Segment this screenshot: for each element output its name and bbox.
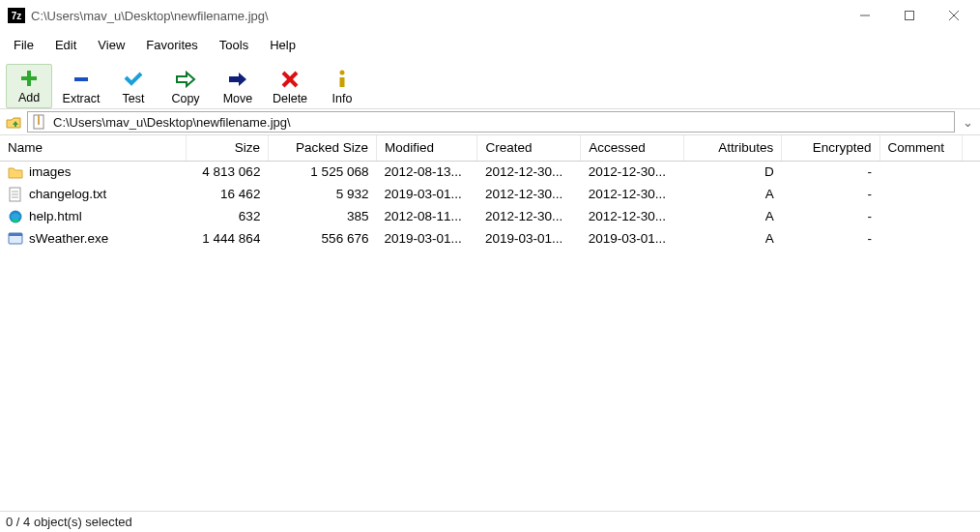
col-extra[interactable] [962,135,980,161]
file-packed: 5 932 [268,183,376,205]
txt-icon [8,187,23,202]
file-accessed: 2012-12-30... [581,205,684,227]
test-button[interactable]: Test [110,66,157,108]
title-bar: 7z C:\Users\mav_u\Desktop\newfilename.jp… [0,0,980,31]
arrow-right-outline-icon [175,69,196,90]
header-row: Name Size Packed Size Modified Created A… [0,135,980,161]
svg-rect-16 [38,115,40,125]
file-modified: 2012-08-13... [376,161,477,183]
col-encrypted[interactable]: Encrypted [782,135,879,161]
path-input[interactable]: C:\Users\mav_u\Desktop\newfilename.jpg\ [27,111,955,133]
status-bar: 0 / 4 object(s) selected [0,511,980,532]
file-size: 632 [186,205,268,227]
file-extra: D38 [962,205,980,227]
file-packed: 385 [268,205,376,227]
exe-icon [8,231,23,247]
file-modified: 2012-08-11... [376,205,477,227]
html-icon [8,209,23,224]
svg-rect-23 [9,233,22,236]
status-text: 0 / 4 object(s) selected [6,515,132,529]
file-size: 16 462 [186,183,268,205]
file-size: 1 444 864 [186,227,268,250]
svg-rect-8 [74,77,88,81]
file-modified: 2019-03-01... [376,227,477,250]
file-comment [879,183,962,205]
svg-marker-9 [177,73,194,86]
up-folder-icon[interactable] [4,112,23,132]
file-comment [879,161,962,183]
copy-button[interactable]: Copy [162,66,209,108]
file-accessed: 2012-12-30... [581,183,684,205]
close-button[interactable] [932,1,976,30]
file-extra: 72F [962,227,980,250]
add-button[interactable]: Add [6,64,52,108]
file-name: images [29,164,72,179]
file-packed: 556 676 [268,227,376,250]
file-created: 2012-12-30... [477,183,581,205]
horizontal-scrollbar[interactable] [0,494,980,511]
file-attr: A [683,183,781,205]
delete-button[interactable]: Delete [267,66,313,108]
minimize-button[interactable] [843,1,887,30]
info-button[interactable]: Info [319,66,365,108]
table-row[interactable]: help.html6323852012-08-11...2012-12-30..… [0,205,980,227]
file-enc: - [782,161,879,183]
file-enc: - [782,205,879,227]
path-bar: C:\Users\mav_u\Desktop\newfilename.jpg\ … [0,108,980,135]
file-name: changelog.txt [29,187,106,201]
path-text: C:\Users\mav_u\Desktop\newfilename.jpg\ [53,115,950,130]
svg-rect-14 [340,77,345,87]
menu-favorites[interactable]: Favorites [136,34,207,56]
table-row[interactable]: sWeather.exe1 444 864556 6762019-03-01..… [0,227,980,250]
file-grid: Name Size Packed Size Modified Created A… [0,135,980,494]
col-comment[interactable]: Comment [879,135,962,161]
window-title: C:\Users\mav_u\Desktop\newfilename.jpg\ [31,9,269,23]
menu-bar: File Edit View Favorites Tools Help [0,31,980,58]
menu-view[interactable]: View [88,34,134,56]
maximize-button[interactable] [887,1,932,30]
file-modified: 2019-03-01... [376,183,477,205]
info-icon [335,69,349,90]
col-created[interactable]: Created [477,135,581,161]
file-enc: - [782,183,879,205]
extract-button[interactable]: Extract [58,66,104,108]
col-size[interactable]: Size [186,135,268,161]
menu-file[interactable]: File [4,34,43,56]
table-row[interactable]: changelog.txt16 4625 9322019-03-01...201… [0,183,980,205]
folder-icon [8,164,23,180]
svg-text:7z: 7z [12,11,22,21]
chevron-down-icon[interactable]: ⌄ [959,115,976,130]
col-name[interactable]: Name [0,135,186,161]
col-attributes[interactable]: Attributes [683,135,781,161]
file-created: 2019-03-01... [477,227,581,250]
plus-icon [19,68,39,89]
table-row[interactable]: images4 813 0621 525 0682012-08-13...201… [0,161,980,183]
file-accessed: 2019-03-01... [581,227,684,250]
svg-rect-3 [906,12,914,20]
file-attr: A [683,227,781,250]
file-name: help.html [29,209,82,223]
file-created: 2012-12-30... [477,161,581,183]
svg-marker-10 [229,73,246,86]
menu-help[interactable]: Help [260,34,305,56]
menu-tools[interactable]: Tools [210,34,258,56]
file-created: 2012-12-30... [477,205,581,227]
file-enc: - [782,227,879,250]
app-icon: 7z [8,8,25,23]
file-extra: 989 [962,161,980,183]
col-packed[interactable]: Packed Size [268,135,376,161]
svg-point-13 [340,71,345,75]
archive-icon [32,114,47,130]
file-area: Name Size Packed Size Modified Created A… [0,135,980,511]
col-accessed[interactable]: Accessed [581,135,684,161]
file-attr: A [683,205,781,227]
col-modified[interactable]: Modified [376,135,477,161]
file-packed: 1 525 068 [268,161,376,183]
move-button[interactable]: Move [215,66,261,108]
file-comment [879,205,962,227]
svg-rect-7 [21,76,37,80]
file-accessed: 2012-12-30... [581,161,684,183]
menu-edit[interactable]: Edit [45,34,86,56]
check-icon [123,69,144,90]
file-comment [879,227,962,250]
